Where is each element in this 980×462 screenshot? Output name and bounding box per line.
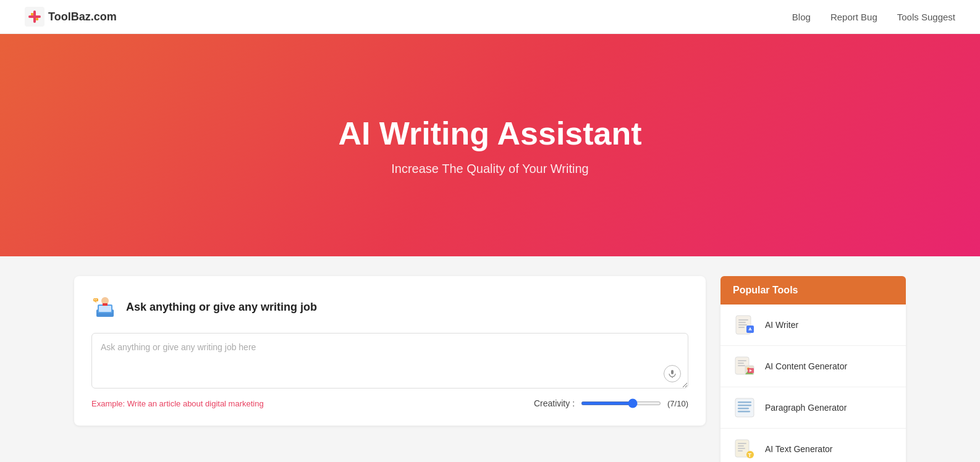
tool-footer: Example: Write an article about digital … (91, 398, 688, 408)
svg-rect-26 (738, 365, 745, 366)
example-label: Example: (91, 399, 125, 408)
nav-tools-suggest[interactable]: Tools Suggest (897, 12, 955, 22)
logo-text: ToolBaz.com (48, 10, 117, 23)
creativity-label: Creativity : (534, 398, 575, 408)
svg-rect-36 (738, 411, 750, 413)
svg-rect-3 (31, 13, 33, 15)
svg-rect-39 (738, 445, 744, 447)
svg-rect-13 (96, 300, 97, 301)
sidebar-item-ai-writer[interactable]: AI Writer (720, 304, 906, 346)
creativity-value: (7/10) (667, 399, 688, 408)
main-nav: Blog Report Bug Tools Suggest (792, 12, 955, 22)
svg-marker-11 (95, 301, 97, 303)
svg-rect-33 (738, 401, 751, 403)
svg-rect-17 (738, 319, 748, 321)
popular-tools-list: AI Writer AI Content Generator (720, 304, 906, 462)
creativity-slider[interactable] (581, 401, 661, 405)
svg-rect-7 (99, 306, 111, 312)
sidebar-item-ai-text[interactable]: T AI Text Generator (720, 429, 906, 462)
svg-rect-9 (103, 303, 108, 306)
svg-rect-40 (738, 448, 745, 449)
hero-section: AI Writing Assistant Increase The Qualit… (0, 34, 980, 256)
tool-heading: Ask anything or give any writing job (126, 301, 317, 314)
svg-rect-4 (36, 18, 38, 20)
sidebar-label-ai-writer: AI Writer (765, 320, 798, 330)
svg-rect-2 (28, 15, 41, 18)
textarea-wrapper (91, 333, 688, 391)
popular-tools-header: Popular Tools (720, 276, 906, 304)
svg-rect-12 (95, 300, 96, 301)
mic-button[interactable] (664, 365, 681, 382)
svg-rect-19 (738, 324, 747, 326)
ai-content-icon (733, 355, 756, 378)
ai-writer-icon (733, 313, 756, 337)
header: ToolBaz.com Blog Report Bug Tools Sugges… (0, 0, 980, 34)
creativity-section: Creativity : (7/10) (534, 398, 688, 408)
logo-icon (25, 7, 44, 27)
sidebar: Popular Tools AI Writer (720, 276, 906, 462)
logo[interactable]: ToolBaz.com (25, 7, 117, 27)
nav-report-bug[interactable]: Report Bug (830, 12, 877, 22)
svg-rect-21 (746, 326, 754, 333)
svg-rect-35 (738, 408, 749, 410)
svg-rect-14 (671, 370, 674, 374)
sidebar-item-paragraph[interactable]: Paragraph Generator (720, 387, 906, 429)
sidebar-label-ai-text: AI Text Generator (765, 444, 832, 454)
writing-assistant-avatar (91, 293, 119, 321)
nav-blog[interactable]: Blog (792, 12, 811, 22)
svg-text:T: T (748, 452, 752, 458)
svg-rect-24 (738, 360, 746, 361)
writing-input[interactable] (91, 333, 688, 388)
tool-header: Ask anything or give any writing job (91, 293, 688, 321)
svg-rect-25 (738, 363, 744, 364)
svg-rect-38 (738, 443, 746, 444)
svg-rect-34 (738, 405, 751, 406)
main-content: Ask anything or give any writing job Exa… (0, 256, 980, 462)
svg-rect-20 (738, 327, 745, 328)
ai-text-icon: T (733, 437, 756, 461)
tool-card: Ask anything or give any writing job Exa… (74, 276, 706, 426)
example-content: Write an article about digital marketing (127, 399, 264, 408)
example-text: Example: Write an article about digital … (91, 399, 264, 408)
svg-rect-18 (738, 322, 746, 323)
sidebar-item-ai-content[interactable]: AI Content Generator (720, 346, 906, 387)
mic-icon (664, 365, 681, 382)
paragraph-icon (733, 396, 756, 419)
sidebar-label-ai-content: AI Content Generator (765, 361, 847, 371)
hero-title: AI Writing Assistant (338, 115, 641, 152)
sidebar-label-paragraph: Paragraph Generator (765, 403, 847, 413)
svg-rect-41 (738, 450, 743, 452)
hero-subtitle: Increase The Quality of Your Writing (391, 162, 588, 176)
